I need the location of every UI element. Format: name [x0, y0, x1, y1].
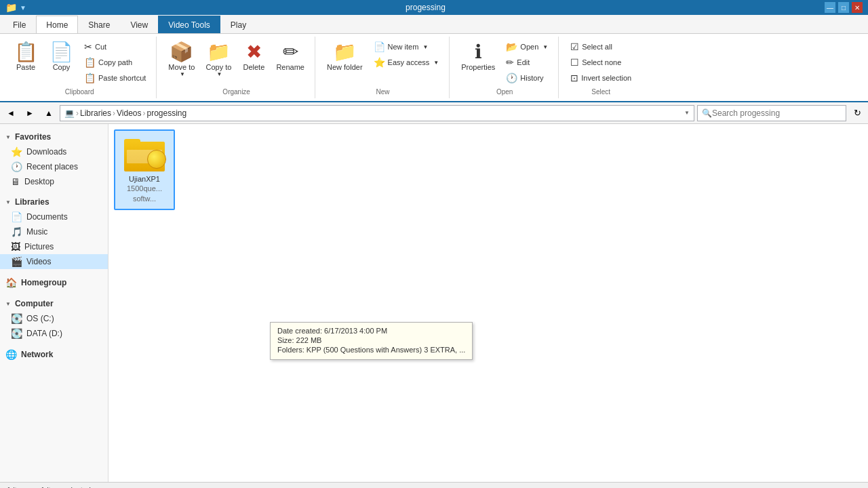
sidebar-item-videos[interactable]: 🎬 Videos [0, 254, 108, 269]
new-group: 📁 New folder 📄 New item▼ ⭐ Easy access▼ … [317, 37, 450, 98]
maximize-button[interactable]: □ [838, 2, 849, 13]
open-dropdown: ▼ [542, 44, 548, 50]
window-title: progessing [26, 3, 825, 12]
cut-icon: ✂ [84, 41, 92, 52]
folder-item-ujianxp1[interactable]: UjianXP1 1500que... softw... [114, 129, 175, 210]
tab-video-tools[interactable]: Video Tools [158, 16, 220, 33]
paste-shortcut-icon: 📋 [84, 73, 96, 83]
main-layout: ▼ Favorites ⭐ Downloads 🕐 Recent places … [0, 124, 868, 482]
paste-shortcut-button[interactable]: 📋 Paste shortcut [79, 70, 151, 85]
new-items: 📁 New folder 📄 New item▼ ⭐ Easy access▼ [322, 39, 443, 75]
copy-path-button[interactable]: 📋 Copy path [79, 55, 151, 70]
up-button[interactable]: ▲ [41, 105, 57, 121]
new-folder-button[interactable]: 📁 New folder [322, 39, 368, 75]
tab-view[interactable]: View [120, 16, 158, 33]
tab-play[interactable]: Play [220, 16, 256, 33]
recent-places-icon: 🕐 [11, 161, 22, 172]
move-to-button[interactable]: 📦 Move to▼ [163, 39, 199, 81]
desktop-icon: 🖥 [11, 176, 20, 187]
tooltip-folders: Folders: KPP (500 Questions with Answers… [277, 346, 465, 354]
status-bar: 1 item 1 item selected [0, 482, 868, 488]
sidebar-item-pictures[interactable]: 🖼 Pictures [0, 239, 108, 254]
sidebar-favorites-header[interactable]: ▼ Favorites [0, 129, 108, 144]
sidebar-network[interactable]: 🌐 Network [0, 346, 108, 363]
paste-button[interactable]: 📋 Paste [8, 39, 43, 75]
window-controls: — □ ✕ [825, 2, 863, 13]
copy-path-icon: 📋 [84, 57, 96, 68]
folder-label: UjianXP1 1500que... softw... [118, 174, 171, 203]
favorites-label: Favorites [15, 132, 51, 142]
open-button[interactable]: 📂 Open▼ [501, 39, 553, 54]
delete-button[interactable]: ✖ Delete [237, 39, 270, 75]
breadcrumb-computer[interactable]: 💻 [64, 108, 75, 118]
copy-button[interactable]: 📄 Copy [45, 39, 78, 75]
new-item-button[interactable]: 📄 New item▼ [369, 39, 444, 54]
folder-icon-graphic [123, 136, 166, 171]
copy-to-dropdown: ▼ [216, 71, 222, 77]
content-area: UjianXP1 1500que... softw... Date create… [108, 124, 868, 482]
invert-selection-icon: ⊡ [570, 73, 578, 83]
breadcrumb-videos[interactable]: Videos [117, 108, 141, 118]
open-icon: 📂 [506, 41, 517, 52]
network-icon: 🌐 [5, 349, 17, 360]
sidebar-item-os-c[interactable]: 💽 OS (C:) [0, 311, 108, 326]
minimize-button[interactable]: — [825, 2, 835, 13]
sidebar-item-downloads[interactable]: ⭐ Downloads [0, 144, 108, 159]
homegroup-icon: 🏠 [5, 277, 17, 288]
new-item-icon: 📄 [374, 41, 385, 52]
select-none-button[interactable]: ☐ Select none [566, 55, 636, 70]
history-button[interactable]: 🕐 History [501, 70, 553, 85]
move-to-icon: 📦 [170, 43, 193, 62]
address-bar: ◄ ► ▲ 💻 › Libraries › Videos › progessin… [0, 102, 868, 124]
new-small-col: 📄 New item▼ ⭐ Easy access▼ [369, 39, 444, 70]
tab-home[interactable]: Home [36, 16, 78, 33]
back-button[interactable]: ◄ [3, 105, 19, 121]
copy-to-icon: 📁 [207, 43, 231, 62]
forward-button[interactable]: ► [22, 105, 38, 121]
search-icon: 🔍 [702, 108, 712, 118]
sidebar-item-data-d[interactable]: 💽 DATA (D:) [0, 326, 108, 341]
invert-selection-button[interactable]: ⊡ Invert selection [566, 70, 636, 85]
data-d-icon: 💽 [11, 328, 22, 339]
breadcrumb-libraries[interactable]: Libraries [80, 108, 111, 118]
os-c-icon: 💽 [11, 313, 22, 324]
search-input[interactable] [712, 108, 842, 118]
selection-status: 1 item selected [41, 486, 91, 489]
tab-share[interactable]: Share [78, 16, 120, 33]
sidebar-item-desktop[interactable]: 🖥 Desktop [0, 174, 108, 189]
search-box[interactable]: 🔍 [697, 105, 846, 121]
edit-icon: ✏ [506, 57, 514, 68]
easy-access-button[interactable]: ⭐ Easy access▼ [369, 55, 444, 70]
tab-file[interactable]: File [3, 16, 36, 33]
close-button[interactable]: ✕ [852, 2, 863, 13]
address-dropdown-arrow[interactable]: ▼ [684, 110, 690, 116]
paste-icon: 📋 [14, 43, 38, 62]
sidebar-libraries-header[interactable]: ▼ Libraries [0, 195, 108, 209]
ribbon: 📋 Paste 📄 Copy ✂ Cut 📋 Copy path 📋 [0, 34, 868, 102]
address-path[interactable]: 💻 › Libraries › Videos › progessing ▼ [60, 105, 694, 121]
edit-button[interactable]: ✏ Edit [501, 55, 553, 70]
folder-badge [147, 150, 166, 169]
clipboard-items: 📋 Paste 📄 Copy ✂ Cut 📋 Copy path 📋 [8, 39, 151, 85]
sidebar-computer-header[interactable]: ▼ Computer [0, 296, 108, 311]
cut-button[interactable]: ✂ Cut [79, 39, 151, 54]
sidebar-item-music[interactable]: 🎵 Music [0, 224, 108, 239]
rename-button[interactable]: ✏ Rename [271, 39, 309, 75]
sidebar-homegroup[interactable]: 🏠 Homegroup [0, 274, 108, 291]
properties-button[interactable]: ℹ Properties [456, 39, 500, 75]
clipboard-small-col: ✂ Cut 📋 Copy path 📋 Paste shortcut [79, 39, 151, 85]
open-group: ℹ Properties 📂 Open▼ ✏ Edit 🕐 History Op… [451, 37, 559, 98]
computer-label: Computer [15, 299, 54, 308]
title-bar-left: 📁 ▼ [5, 2, 26, 13]
breadcrumb-current[interactable]: progessing [147, 108, 187, 118]
refresh-button[interactable]: ↻ [849, 105, 865, 121]
select-items: ☑ Select all ☐ Select none ⊡ Invert sele… [566, 39, 636, 85]
organize-group: 📦 Move to▼ 📁 Copy to▼ ✖ Delete ✏ Rename … [158, 37, 315, 98]
copy-to-button[interactable]: 📁 Copy to▼ [201, 39, 236, 81]
sidebar-item-documents[interactable]: 📄 Documents [0, 209, 108, 224]
sidebar-item-recent-places[interactable]: 🕐 Recent places [0, 159, 108, 174]
move-to-dropdown: ▼ [180, 71, 185, 77]
sidebar: ▼ Favorites ⭐ Downloads 🕐 Recent places … [0, 124, 108, 482]
select-all-button[interactable]: ☑ Select all [566, 39, 636, 54]
easy-access-icon: ⭐ [374, 57, 385, 68]
